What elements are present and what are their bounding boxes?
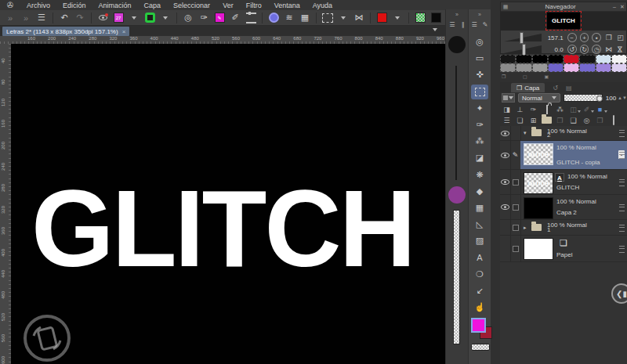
tab-capa[interactable]: ❒ Capa <box>511 83 545 92</box>
zoom-slider[interactable] <box>504 34 542 41</box>
layer-menu-icon[interactable] <box>619 225 625 232</box>
flip-vertical-icon[interactable]: ⋈ <box>617 45 625 55</box>
strip-expand-icon[interactable]: » <box>469 12 491 17</box>
folder-expand-icon[interactable]: ▸ <box>524 225 527 231</box>
history-swatch[interactable] <box>596 63 611 72</box>
history-swatch[interactable] <box>500 55 516 63</box>
layer-row-2[interactable]: ▾100 % Normal2 <box>500 126 627 141</box>
brush-size-circle[interactable] <box>448 36 466 53</box>
zoom-in-button[interactable]: + <box>580 33 589 42</box>
palette-color-combo[interactable] <box>502 93 515 103</box>
ruler-show-icon[interactable]: ✐ <box>580 106 593 114</box>
balloon-tool[interactable]: ❍ <box>471 267 488 282</box>
panel-expand-icon-2[interactable]: » <box>20 12 32 24</box>
snap-circle-button[interactable] <box>267 12 280 24</box>
ruler-tool[interactable]: ◺ <box>471 217 488 232</box>
layer-check-toggle[interactable] <box>510 126 521 140</box>
tool-strip-icon[interactable]: ☰ <box>472 21 477 28</box>
gradient-tool[interactable]: ▨ <box>471 233 488 248</box>
minimize-icon[interactable]: – <box>611 4 618 9</box>
layer-check-toggle[interactable] <box>510 195 521 219</box>
delete-layer-icon[interactable] <box>607 117 620 124</box>
navigator-preview[interactable]: GLITCH <box>501 12 626 31</box>
layer-check-toggle[interactable] <box>510 170 521 194</box>
reference-layer-icon[interactable]: ⊥ <box>513 106 527 114</box>
subtool-strip-icon[interactable]: ∥ <box>462 21 465 28</box>
rotate-ccw-button[interactable]: ↺ <box>567 45 577 54</box>
layer-visibility-toggle[interactable] <box>500 141 511 169</box>
tab-overflow-icon[interactable] <box>433 28 437 31</box>
opacity-slider[interactable] <box>564 94 603 102</box>
grid-button[interactable]: ▦ <box>299 12 311 24</box>
layer-row-capa-2[interactable]: 100 % NormalCapa 2 <box>500 195 627 220</box>
airbrush-tool[interactable]: ⁂ <box>471 134 488 149</box>
tab-animation-cels[interactable]: ▤ <box>566 83 572 92</box>
fullscreen-icon[interactable]: ◰ <box>615 34 625 41</box>
chevron-down-icon[interactable] <box>159 12 172 24</box>
layer-visibility-toggle[interactable] <box>500 170 511 194</box>
chevron-down-icon[interactable] <box>128 12 140 24</box>
strip-expand-icon[interactable]: » <box>446 12 468 17</box>
layer-thumbnail[interactable]: GLITCH <box>524 143 553 165</box>
flip-horizontal-button[interactable]: ⋈ <box>353 12 365 24</box>
subtool-strip-icon[interactable]: ☰ <box>449 21 455 28</box>
view-toggle-button[interactable] <box>96 12 109 24</box>
chevron-down-icon[interactable] <box>337 12 350 24</box>
green-marker-tool[interactable] <box>143 12 156 24</box>
layer-row-glitch[interactable]: GLITCHA100 % NormalGLITCH <box>500 170 627 195</box>
rotation-slider[interactable] <box>504 45 542 53</box>
history-swatch[interactable] <box>596 55 611 63</box>
layer-visibility-toggle[interactable] <box>500 220 511 235</box>
layer-row-1[interactable]: ▸100 % Normal1 <box>500 220 627 236</box>
history-swatch[interactable] <box>564 55 579 63</box>
new-layer-2-icon[interactable]: ⊞ <box>527 117 540 124</box>
history-swatch[interactable] <box>516 55 531 63</box>
rotate-reset-button[interactable]: ◷ <box>592 45 601 54</box>
hand-tool[interactable]: ☝ <box>471 300 488 315</box>
layer-visibility-toggle[interactable] <box>500 236 511 261</box>
pen-settings-button[interactable]: ✐ <box>229 12 241 24</box>
fit-screen-icon[interactable]: ❐ <box>603 34 614 41</box>
brush-size-slider[interactable] <box>455 66 457 180</box>
zoom-out-button[interactable]: − <box>567 33 577 42</box>
tool-strip-icon[interactable]: ✎ <box>483 21 488 28</box>
layer-color-icon[interactable]: ■ <box>593 106 607 114</box>
move-tool[interactable]: ✜ <box>471 67 488 82</box>
redo-button[interactable]: ↷ <box>74 12 86 24</box>
mask-enable-icon[interactable]: ◫ <box>567 106 580 114</box>
layers-button[interactable]: ≋ <box>283 12 295 24</box>
grid-tool[interactable]: ▦ <box>471 200 488 215</box>
flip-horizontal-icon[interactable]: ⋈ <box>603 45 614 53</box>
layer-row-glitch-copia[interactable]: ✎GLITCH100 % NormalGLITCH - copia▪ <box>500 141 627 170</box>
menu-item-ver[interactable]: Ver <box>216 2 240 9</box>
chevron-down-icon[interactable] <box>391 12 404 24</box>
menu-item-capa[interactable]: Capa <box>138 2 168 9</box>
layer-menu-icon[interactable] <box>619 130 625 137</box>
eraser-tool[interactable]: ◪ <box>471 150 488 165</box>
layer-mask-icon[interactable]: ◎ <box>580 117 593 124</box>
menu-item-edición[interactable]: Edición <box>56 2 92 9</box>
opacity-strip-slider[interactable] <box>453 210 460 344</box>
layer-visibility-toggle[interactable] <box>500 195 511 219</box>
tab-layer-property[interactable]: ↺ <box>553 83 558 92</box>
layer-thumbnail[interactable] <box>524 238 553 260</box>
opacity-spinner[interactable]: ▲▼ <box>618 96 627 100</box>
merge-layer-icon[interactable]: ❑ <box>567 117 580 124</box>
fill-tool[interactable]: ◆ <box>471 184 488 199</box>
marquee-tool[interactable] <box>471 85 488 99</box>
canvas[interactable]: GLITCH <box>11 44 447 364</box>
black-color-swatch[interactable] <box>429 12 442 24</box>
magic-wand-tool[interactable]: ✦ <box>471 101 488 116</box>
foreground-color-swatch[interactable] <box>471 318 486 333</box>
history-swatch[interactable] <box>548 63 564 72</box>
close-icon[interactable]: ✕ <box>618 4 626 10</box>
lock-transparent-icon[interactable]: ⁂ <box>553 106 567 114</box>
history-swatch[interactable] <box>548 55 564 63</box>
layer-check-toggle[interactable]: ✎ <box>510 141 521 169</box>
blend-tool[interactable]: ❋ <box>471 168 488 182</box>
green-pattern-swatch[interactable] <box>414 12 426 24</box>
zoom-button[interactable]: ◎ <box>182 12 194 24</box>
layer-check-toggle[interactable] <box>510 220 521 235</box>
color-set-mini-icons[interactable]: ❐ ▢ ▣ <box>502 74 556 79</box>
history-swatch[interactable] <box>532 63 548 72</box>
